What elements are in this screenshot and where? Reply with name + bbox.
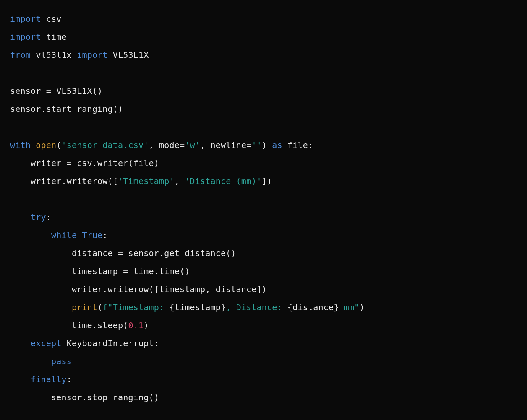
code-token bbox=[10, 374, 31, 384]
code-token: writer = csv.writer(file) bbox=[10, 158, 159, 168]
code-token: , newline= bbox=[200, 140, 251, 150]
code-token: while bbox=[51, 230, 82, 240]
code-token: pass bbox=[51, 356, 72, 366]
code-token: '' bbox=[251, 140, 261, 150]
code-token: : bbox=[102, 230, 107, 240]
code-token: 0.1 bbox=[128, 320, 144, 330]
code-token bbox=[10, 356, 51, 366]
code-token: {distance} bbox=[287, 302, 339, 312]
code-token: 'Timestamp' bbox=[118, 176, 175, 186]
code-token: {timestamp} bbox=[170, 302, 226, 312]
code-token bbox=[10, 230, 51, 240]
code-token bbox=[10, 212, 31, 222]
code-token: f"Timestamp: bbox=[102, 302, 169, 312]
code-token: writer.writerow([timestamp, distance]) bbox=[10, 284, 267, 294]
code-token: True bbox=[82, 230, 102, 240]
code-token: try bbox=[31, 212, 46, 222]
code-token: from bbox=[10, 50, 36, 60]
code-token: import bbox=[10, 14, 46, 24]
code-token bbox=[10, 302, 72, 312]
code-token: writer.writerow([ bbox=[10, 176, 118, 186]
code-token: VL53L1X bbox=[113, 50, 149, 60]
code-token: csv bbox=[46, 14, 62, 24]
code-token: as bbox=[272, 140, 287, 150]
code-token: 'sensor_data.csv' bbox=[61, 140, 149, 150]
code-token: mm" bbox=[339, 302, 360, 312]
code-token: with bbox=[10, 140, 36, 150]
code-block: import csv import time from vl53l1x impo… bbox=[0, 0, 527, 417]
code-token bbox=[10, 338, 31, 348]
code-token: import bbox=[77, 50, 113, 60]
code-token: open bbox=[36, 140, 56, 150]
code-token: , mode= bbox=[149, 140, 185, 150]
code-token: ( bbox=[97, 302, 102, 312]
code-token: 'w' bbox=[185, 140, 200, 150]
code-token: sensor.stop_ranging() bbox=[10, 392, 159, 402]
code-token: KeyboardInterrupt: bbox=[67, 338, 159, 348]
code-token: distance = sensor.get_distance() bbox=[10, 248, 236, 258]
code-token: ) bbox=[143, 320, 149, 330]
code-token: vl53l1x bbox=[36, 50, 77, 60]
code-token: ( bbox=[56, 140, 61, 150]
code-token: ) bbox=[359, 302, 364, 312]
code-token: ]) bbox=[262, 176, 272, 186]
code-token: sensor.start_ranging() bbox=[10, 104, 123, 114]
code-token: except bbox=[31, 338, 67, 348]
code-token: , Distance: bbox=[226, 302, 287, 312]
code-token: sensor = VL53L1X() bbox=[10, 86, 102, 96]
code-token: : bbox=[46, 212, 51, 222]
code-token: import bbox=[10, 32, 46, 42]
code-token: timestamp = time.time() bbox=[10, 266, 190, 276]
code-token: finally bbox=[31, 374, 67, 384]
code-token: file: bbox=[287, 140, 313, 150]
code-token: , bbox=[175, 176, 185, 186]
code-token: ) bbox=[262, 140, 272, 150]
code-token: 'Distance (mm)' bbox=[185, 176, 262, 186]
code-token: : bbox=[67, 374, 72, 384]
code-token: time bbox=[46, 32, 67, 42]
code-token: print bbox=[72, 302, 97, 312]
code-token: time.sleep( bbox=[10, 320, 128, 330]
